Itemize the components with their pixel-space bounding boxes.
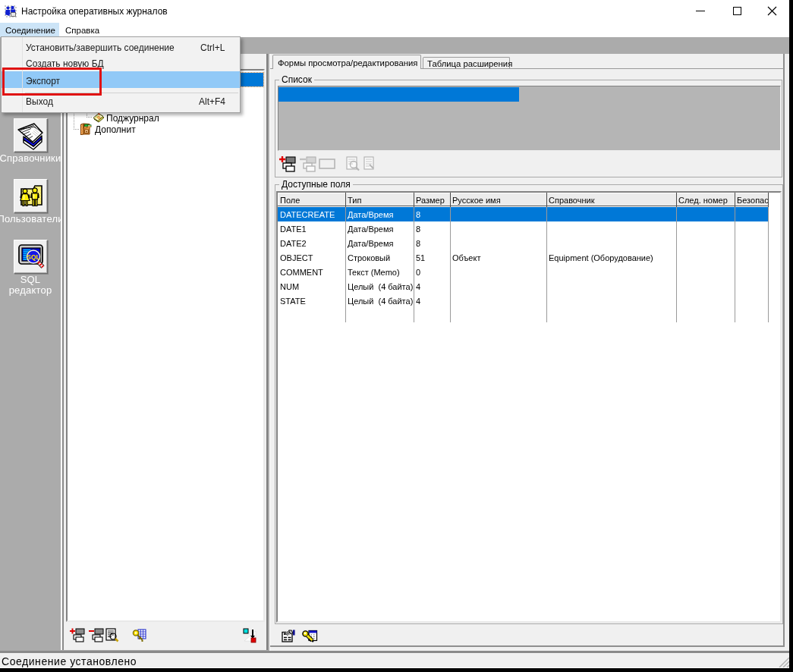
svg-text:SQL: SQL <box>27 253 39 261</box>
